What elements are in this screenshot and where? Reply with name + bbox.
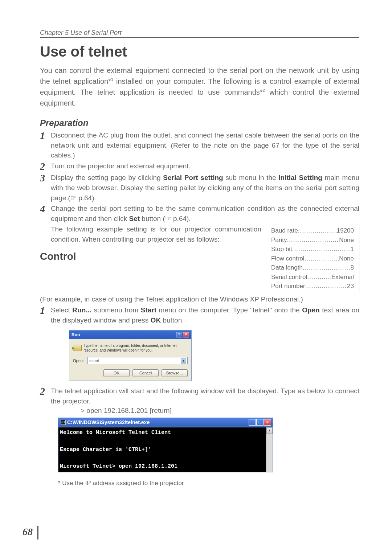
telnet-line: Microsoft Telnet> open 192.168.1.201 bbox=[60, 463, 177, 469]
close-icon[interactable]: × bbox=[264, 419, 271, 426]
settings-value: 19200 bbox=[337, 226, 354, 235]
prep-step-4: 4 Change the serial port setting to be t… bbox=[40, 204, 359, 223]
settings-label: Port number bbox=[271, 282, 305, 291]
text: Select bbox=[51, 306, 72, 314]
control-step-2: 2 The telnet application will start and … bbox=[40, 386, 359, 406]
step-text: Change the serial port setting to be the… bbox=[51, 204, 359, 223]
prep-step-3: 3 Display the setting page by clicking S… bbox=[40, 173, 359, 203]
control-subtitle: (For example, in case of using the Telne… bbox=[40, 294, 359, 305]
bold-text: Set bbox=[129, 215, 140, 222]
settings-value: 8 bbox=[351, 263, 354, 272]
settings-row: Data length........................8 bbox=[271, 263, 354, 272]
help-icon[interactable]: ? bbox=[176, 332, 182, 337]
scrollbar[interactable]: ▲ bbox=[266, 427, 273, 472]
bold-text: OK bbox=[151, 316, 161, 324]
step-text: Display the setting page by clicking Ser… bbox=[51, 173, 359, 203]
step-number: 3 bbox=[40, 173, 48, 184]
prep-step-2: 2 Turn on the projector and external equ… bbox=[40, 161, 359, 172]
dots: ........................ bbox=[303, 263, 351, 272]
step-number: 1 bbox=[40, 130, 48, 141]
settings-row: Serial control....................Extern… bbox=[271, 272, 354, 282]
run-dialog: Run ? × Type the name of a program, fold… bbox=[69, 330, 192, 381]
preparation-title: Preparation bbox=[40, 118, 359, 128]
intro-paragraph: You can control the external equipment c… bbox=[40, 65, 359, 108]
dots: ........................... bbox=[298, 226, 337, 235]
bold-text: Open bbox=[302, 306, 320, 314]
text: Display the setting page by clicking bbox=[51, 174, 163, 181]
page-number-bar bbox=[37, 526, 38, 539]
settings-value: None bbox=[339, 235, 354, 245]
settings-row: Baud rate...........................1920… bbox=[271, 226, 354, 235]
page-number: 68 bbox=[23, 526, 33, 538]
telnet-titlebar[interactable]: c:\ C:\WINDOWS\System32\telnet.exe _ □ × bbox=[58, 418, 273, 427]
settings-value: External bbox=[331, 272, 354, 282]
settings-box: Baud rate...........................1920… bbox=[266, 223, 359, 294]
open-label: Open: bbox=[73, 358, 84, 363]
settings-value: None bbox=[339, 254, 354, 263]
run-dialog-titlebar[interactable]: Run ? × bbox=[69, 331, 191, 339]
settings-label: Parity bbox=[271, 235, 287, 245]
settings-row: Port number.......................23 bbox=[271, 282, 354, 291]
bold-text: Serial Port setting bbox=[163, 174, 223, 181]
step-text: Disconnect the AC plug from the outlet, … bbox=[51, 130, 359, 160]
dots: ............................... bbox=[292, 245, 351, 254]
telnet-title-text: C:\WINDOWS\System32\telnet.exe bbox=[67, 419, 150, 425]
control-step-1: 1 Select Run... submenu from Start menu … bbox=[40, 305, 359, 325]
run-description: Type the name of a program, folder, docu… bbox=[83, 343, 188, 353]
dots: .................................... bbox=[287, 235, 339, 245]
step-text: Turn on the projector and external equip… bbox=[51, 161, 359, 171]
minimize-icon[interactable]: _ bbox=[249, 419, 256, 426]
cancel-button[interactable]: Cancel bbox=[132, 369, 159, 377]
dots: ...................... bbox=[305, 254, 339, 263]
dropdown-arrow-icon[interactable]: ▼ bbox=[181, 358, 186, 364]
control-title: Control bbox=[40, 251, 261, 262]
dots: ....................... bbox=[305, 282, 347, 291]
open-input-value: telnet bbox=[89, 358, 99, 363]
telnet-line: Welcome to Microsoft Telnet Client bbox=[60, 430, 171, 436]
settings-label: Baud rate bbox=[271, 226, 298, 235]
settings-label: Stop bit bbox=[271, 245, 292, 254]
settings-row: Flow control......................None bbox=[271, 254, 354, 263]
footnote: * Use the IP address assigned to the pro… bbox=[58, 480, 359, 487]
text: button (☞ p.64). bbox=[140, 215, 191, 222]
settings-row: Stop bit...............................1 bbox=[271, 245, 354, 254]
step4-follow-text: The following example setting is for our… bbox=[40, 224, 261, 244]
text: menu on the computer. Type "telnet" onto… bbox=[156, 306, 302, 314]
command-line: > open 192.168.1.201 [return] bbox=[81, 407, 359, 415]
telnet-body[interactable]: Welcome to Microsoft Telnet Client Escap… bbox=[58, 427, 266, 472]
step-number: 1 bbox=[40, 305, 48, 316]
page-title: Use of telnet bbox=[40, 44, 359, 60]
settings-label: Serial control bbox=[271, 272, 307, 282]
bold-text: Start bbox=[141, 306, 156, 314]
maximize-icon[interactable]: □ bbox=[256, 419, 264, 426]
settings-value: 23 bbox=[347, 282, 354, 291]
text: button. bbox=[161, 316, 184, 324]
run-folder-icon bbox=[73, 343, 80, 353]
text: sub menu in the bbox=[223, 174, 279, 181]
text: submenu from bbox=[91, 306, 141, 314]
scroll-up-icon[interactable]: ▲ bbox=[266, 427, 273, 434]
ok-button[interactable]: OK bbox=[103, 369, 130, 377]
settings-label: Flow control bbox=[271, 254, 305, 263]
prep-step-1: 1 Disconnect the AC plug from the outlet… bbox=[40, 130, 359, 160]
bold-text: Run... bbox=[72, 306, 91, 314]
dots: .................... bbox=[307, 272, 331, 282]
step-text: The telnet application will start and th… bbox=[51, 386, 359, 406]
chapter-header: Chapter 5 Use of Serial Port bbox=[40, 29, 359, 38]
settings-value: 1 bbox=[351, 245, 354, 254]
cmd-icon: c:\ bbox=[61, 420, 66, 425]
telnet-line: Escape Character is 'CTRL+]' bbox=[60, 447, 151, 453]
text: Change the serial port setting to be the… bbox=[51, 205, 359, 222]
bold-text: Initial Setting bbox=[278, 174, 322, 181]
telnet-window: c:\ C:\WINDOWS\System32\telnet.exe _ □ ×… bbox=[58, 418, 273, 472]
run-dialog-title: Run bbox=[72, 332, 80, 337]
settings-label: Data length bbox=[271, 263, 303, 272]
step-number: 2 bbox=[40, 161, 48, 172]
close-icon[interactable]: × bbox=[183, 332, 189, 337]
open-input[interactable]: telnet ▼ bbox=[87, 357, 188, 364]
scroll-track[interactable] bbox=[266, 434, 273, 472]
step-number: 2 bbox=[40, 386, 48, 397]
step-text: Select Run... submenu from Start menu on… bbox=[51, 305, 359, 325]
settings-row: Parity..................................… bbox=[271, 235, 354, 245]
browse-button[interactable]: Browse... bbox=[162, 369, 188, 377]
